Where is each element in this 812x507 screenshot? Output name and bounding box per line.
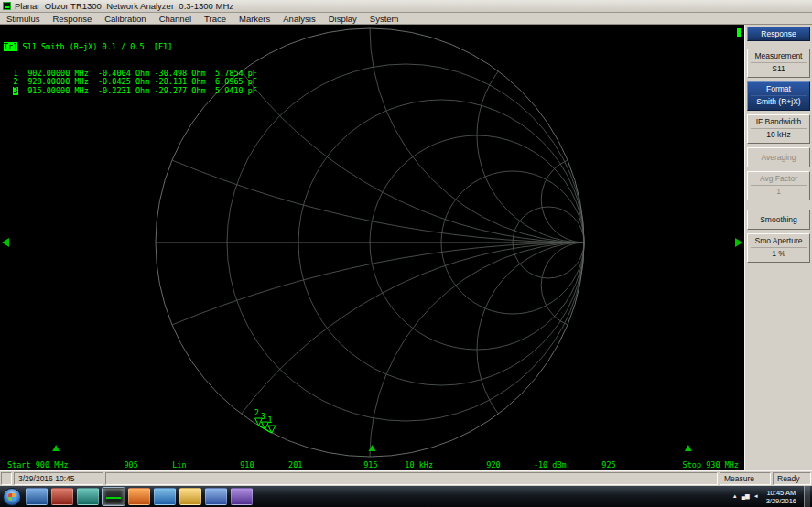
statusbar-datetime: 3/29/2016 10:45 — [14, 472, 103, 485]
trace-readout: Tr1 S11 Smith (R+jX) 0.1 / 0.5 [F1] 1 90… — [4, 26, 257, 113]
sweep-info-label: Lin — [172, 460, 186, 469]
marker-values: 902.00000 MHz -0.4004 Ohm -30.498 Ohm 5.… — [18, 69, 257, 78]
softkey-value: S11 — [751, 62, 807, 75]
softkey-list: MeasurementS11FormatSmith (R+jX)IF Bandw… — [745, 49, 812, 263]
sweep-start-label: Start 900 MHz — [7, 460, 69, 469]
marker-readout-table: 1 902.00000 MHz -0.4004 Ohm -30.498 Ohm … — [4, 70, 257, 96]
menu-system[interactable]: System — [363, 14, 406, 24]
reactance-arc — [477, 28, 691, 243]
softkey-panel: Response MeasurementS11FormatSmith (R+jX… — [744, 25, 812, 470]
tray-date: 3/29/2016 — [766, 497, 796, 505]
trace-name-badge[interactable]: Tr1 — [4, 42, 17, 51]
taskbar-analyzer-app-icon[interactable] — [103, 488, 125, 505]
taskbar-app-firefox-icon[interactable] — [128, 488, 150, 505]
system-tray: ▲ ▄▆ ◄ 10:45 AM 3/29/2016 — [732, 486, 812, 507]
taskbar-app-purple-icon[interactable] — [231, 488, 253, 505]
trace-scale: 0.1 / 0.5 — [103, 42, 145, 51]
softkey-label: Avg Factor — [748, 172, 809, 184]
menu-stimulus[interactable]: Stimulus — [0, 14, 46, 24]
trace-status-line: Tr1 S11 Smith (R+jX) 0.1 / 0.5 [F1] — [4, 43, 257, 52]
volume-icon[interactable]: ◄ — [753, 488, 759, 505]
softkey-if-bandwidth[interactable]: IF Bandwidth10 kHz — [747, 114, 810, 144]
softkey-label: Averaging — [748, 151, 809, 163]
menu-display[interactable]: Display — [322, 14, 363, 24]
statusbar-mode: Measure — [720, 472, 771, 485]
freq-tick-label: 920 — [486, 460, 500, 469]
menu-analysis[interactable]: Analysis — [276, 14, 321, 24]
stimulus-scale-bar: Start 900 MHzStop 930 MHz905910915920925… — [0, 460, 744, 469]
freq-tick-label: 915 — [363, 460, 377, 469]
softkey-format[interactable]: FormatSmith (R+jX) — [747, 81, 810, 111]
softkey-avg-factor: Avg Factor1 — [747, 171, 810, 200]
statusbar-grip — [1, 472, 12, 485]
softkey-measurement[interactable]: MeasurementS11 — [747, 49, 810, 78]
reactance-arc — [370, 25, 744, 243]
taskbar-app-list — [24, 488, 254, 505]
tray-time: 10:45 AM — [766, 489, 796, 497]
statusbar-state: Ready — [773, 472, 811, 485]
app-icon — [3, 2, 11, 10]
sweep-stop-label: Stop 930 MHz — [683, 460, 739, 469]
trace-format: Smith (R+jX) — [41, 42, 97, 51]
start-button[interactable] — [3, 488, 21, 506]
softkey-label: Smoothing — [748, 213, 809, 225]
taskbar-app-red-icon[interactable] — [51, 488, 73, 505]
sweep-info-label: -10 dBm — [534, 460, 567, 469]
taskbar-app-folder-icon[interactable] — [179, 488, 201, 505]
softkey-label: Measurement — [748, 49, 809, 61]
chart-marker-label: 2 — [254, 409, 259, 417]
menu-calibration[interactable]: Calibration — [98, 14, 152, 24]
windows-logo-icon — [8, 493, 16, 501]
trace-window-label: [F1] — [154, 42, 172, 51]
taskbar: ▲ ▄▆ ◄ 10:45 AM 3/29/2016 — [0, 486, 812, 507]
softkey-label: Format — [748, 82, 809, 94]
menu-trace[interactable]: Trace — [198, 14, 233, 24]
tray-expand-icon[interactable]: ▲ — [732, 488, 738, 505]
ref-position-left-indicator[interactable] — [2, 238, 9, 247]
softkey-panel-title[interactable]: Response — [747, 27, 810, 41]
axis-marker-1[interactable] — [52, 445, 60, 451]
softkey-value: 1 % — [751, 247, 807, 260]
network-icon[interactable]: ▄▆ — [742, 488, 750, 505]
softkey-value: 10 kHz — [751, 128, 807, 141]
reactance-arc — [0, 243, 744, 470]
trace-glyph — [106, 497, 121, 499]
softkey-label: IF Bandwidth — [748, 115, 809, 127]
sweep-info-label: 10 kHz — [405, 460, 433, 469]
sweep-info-label: 201 — [288, 460, 302, 469]
menu-response[interactable]: Response — [46, 14, 98, 24]
window-title: Planar Obzor TR1300 Network Analyzer 0.3… — [15, 1, 233, 11]
marker-readout-row: 3 915.00000 MHz -0.2231 Ohm -29.277 Ohm … — [4, 87, 257, 96]
menu-channel[interactable]: Channel — [153, 14, 198, 24]
menu-markers[interactable]: Markers — [233, 14, 276, 24]
freq-tick-label: 905 — [124, 460, 137, 469]
tray-clock[interactable]: 10:45 AM 3/29/2016 — [763, 489, 800, 505]
analyzer-window: Planar Obzor TR1300 Network Analyzer 0.3… — [0, 0, 812, 507]
statusbar: 3/29/2016 10:45 Measure Ready — [0, 470, 812, 486]
taskbar-app-photo-icon[interactable] — [205, 488, 227, 505]
softkey-smoothing[interactable]: Smoothing — [747, 210, 810, 230]
softkey-smo-aperture[interactable]: Smo Aperture1 % — [747, 233, 810, 263]
taskbar-app-media-icon[interactable] — [154, 488, 176, 505]
axis-marker-2[interactable] — [685, 445, 692, 451]
marker-values: 915.00000 MHz -0.2231 Ohm -29.277 Ohm 5.… — [18, 86, 257, 95]
softkey-value: 1 — [751, 185, 807, 198]
softkey-label: Smo Aperture — [748, 234, 809, 246]
trace-active-indicator — [737, 28, 741, 37]
marker-values: 928.00000 MHz -0.0425 Ohm -28.131 Ohm 6.… — [18, 77, 257, 86]
freq-tick-label: 910 — [240, 460, 254, 469]
taskbar-app-teal-icon[interactable] — [77, 488, 99, 505]
menubar: StimulusResponseCalibrationChannelTraceM… — [0, 13, 812, 25]
ref-position-right-indicator[interactable] — [735, 238, 742, 247]
taskbar-app-blue-icon[interactable] — [26, 488, 48, 505]
freq-tick-label: 925 — [601, 460, 615, 469]
show-desktop-button[interactable] — [804, 486, 810, 507]
chart-area[interactable]: 132 Tr1 S11 Smith (R+jX) 0.1 / 0.5 [F1] … — [0, 25, 744, 470]
reactance-arc — [477, 243, 691, 457]
softkey-averaging: Averaging — [747, 147, 810, 167]
statusbar-message-area — [105, 472, 718, 485]
trace-parameter: S11 — [22, 42, 36, 51]
softkey-value: Smith (R+jX) — [751, 95, 807, 108]
chart-marker-label: 1 — [267, 416, 272, 425]
titlebar: Planar Obzor TR1300 Network Analyzer 0.3… — [0, 0, 812, 13]
